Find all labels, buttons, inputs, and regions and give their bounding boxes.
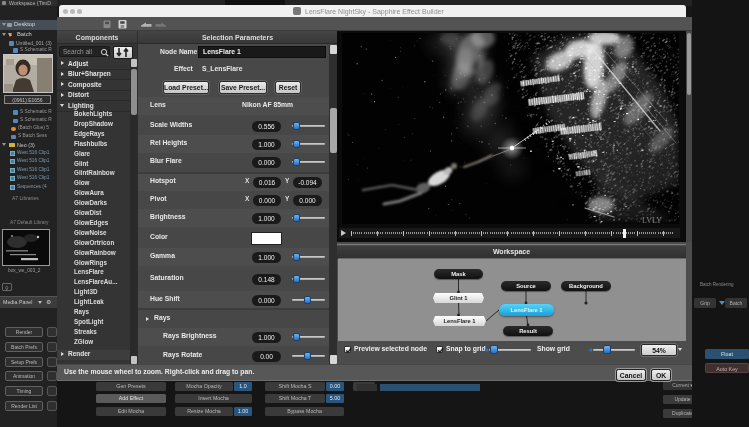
svg-text:LVLY: LVLY [642,216,662,224]
